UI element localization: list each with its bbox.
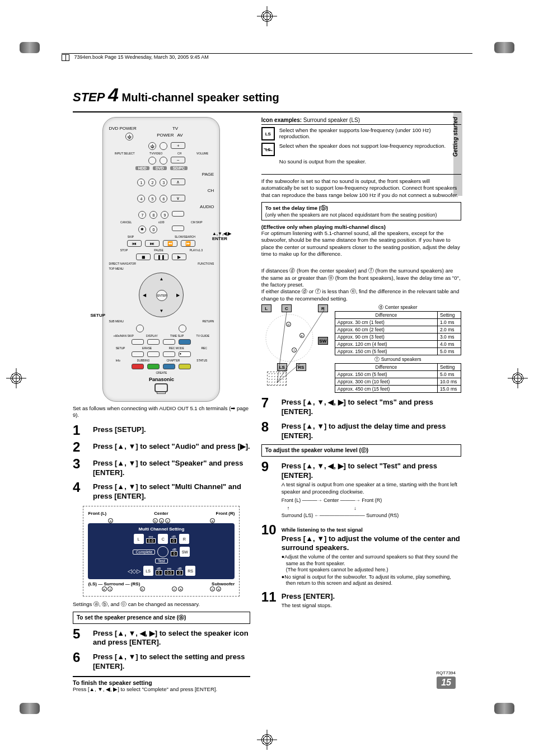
btn-av [160, 142, 167, 150]
lbl-frontr: Front (R) [216, 511, 235, 516]
step-11: Press [ENTER]. The test signal stops. [282, 590, 335, 609]
btn-rec: ● [179, 351, 191, 357]
btn-stop: ◼ [136, 253, 151, 260]
btn-manskip [132, 339, 144, 345]
surround-table: DifferenceSetting Approx. 150 cm (5 feet… [335, 363, 461, 393]
sw-db: 0 [171, 551, 177, 556]
btn-submenu [136, 325, 144, 332]
step-7: Press [▲, ▼, ◀, ▶] to select "ms" and pr… [282, 396, 461, 417]
step-num-4: 4 [73, 481, 87, 501]
btn-2: 2 [148, 179, 156, 186]
label-chapter: CHAPTER [166, 359, 180, 362]
label-tvvideo: TV/VIDEO [149, 152, 162, 155]
btn-return [179, 325, 186, 332]
label-ch: CH [177, 152, 181, 155]
label-page: PAGE [202, 172, 214, 177]
ls-large-icon: LS [261, 127, 275, 140]
step-num-10: 10 [261, 523, 276, 587]
btn-complete: Complete [133, 550, 155, 555]
btn-5: 5 [148, 195, 156, 203]
btn-display [147, 339, 160, 345]
label-power: POWER [157, 133, 174, 140]
effective-p: For optimum listening with 5.1-channel s… [261, 230, 461, 257]
book-header-text: 7394en.book Page 15 Wednesday, March 30,… [74, 54, 209, 60]
btn-test: Test [155, 558, 168, 564]
label-return: RETURN [203, 320, 214, 323]
icon-desc-3: No sound is output from the speaker. [279, 158, 366, 165]
btn-erase [147, 351, 160, 357]
spk-rs: RS [185, 566, 195, 576]
spk-ls: LS [143, 566, 153, 576]
btn-setup [132, 351, 144, 357]
finish-text: Press [▲, ▼, ◀, ▶] to select "Complete" … [73, 686, 250, 692]
settings-note: Settings ⓐ, ⓑ, and ⓒ can be changed as n… [73, 601, 250, 608]
center-db: 0 [170, 538, 177, 543]
step-num-7: 7 [261, 396, 276, 417]
label-timeslip: TIME SLIP [170, 334, 184, 337]
btn-recmode [163, 351, 175, 357]
effective-h: (Effective only when playing multi-chann… [261, 224, 461, 230]
step-6: Press [▲, ▼] to select the setting and p… [93, 651, 250, 672]
step-9-sub: A test signal is output from one speaker… [282, 481, 461, 495]
page-footer: RQT7394 15 [436, 670, 456, 689]
nav-pad: ENTER ▲ ▼ ◀ ▶ [139, 273, 184, 317]
label-setup: SETUP [116, 346, 125, 350]
step-10-b2: ●No signal is output for the subwoofer. … [282, 574, 461, 587]
box-adjust-volume: To adjust the speaker volume level (ⓒ) [261, 444, 461, 457]
label-av: AV [177, 133, 182, 140]
btn-chup: ∧ [171, 179, 185, 185]
btn-skipf: ⏭ [145, 240, 160, 247]
step-2: Press [▲, ▼] to select "Audio" and press… [93, 440, 250, 454]
subwoofer-note: If the subwoofer is set so that no sound… [261, 178, 461, 199]
mcs-title: Multi Channel Setting [91, 527, 231, 532]
arrow-down-icon: ▼ [159, 308, 163, 313]
page-title: STEP 4 Multi-channel speaker setting [73, 84, 461, 106]
lbl-frontl: Front (L) [88, 511, 106, 516]
label-topmenu: TOP MENU [109, 267, 123, 270]
ls-none-icon [261, 158, 275, 172]
step-num-8: 8 [261, 420, 276, 441]
arrow-up-icon: ▲ [159, 276, 163, 281]
btn-1: 1 [137, 179, 145, 186]
center-table-caption: ⓓ Center speaker [335, 304, 461, 311]
step-num-3: 3 [73, 457, 87, 478]
delay-box: To set the delay time (ⓑ) (only when the… [261, 202, 461, 220]
btn-dubbing [147, 364, 160, 369]
btn-ff: ⏩ [181, 240, 195, 247]
step-3: Press [▲, ▼] to select "Speaker" and pre… [93, 457, 250, 478]
step-9: Press [▲, ▼, ◀, ▶] to select "Test" and … [282, 460, 461, 520]
title-rule [73, 111, 461, 112]
step-num-9: 9 [261, 460, 276, 520]
icon-desc-1: Select when the speaker supports low-fre… [279, 127, 461, 139]
step-num-6: 6 [73, 651, 87, 672]
ls-small-icon: LS [261, 143, 275, 156]
page-number: 15 [437, 677, 456, 689]
label-direct: DIRECT NAVIGATOR [109, 262, 136, 265]
label-dubbing: DUBBING [137, 359, 150, 362]
btn-8: 8 [149, 211, 157, 219]
step-11-sub: The test signal stops. [282, 602, 335, 609]
label-dvdpower: DVD POWER [109, 126, 136, 131]
book-icon [62, 54, 69, 61]
btn-dvdpower: ⏻ [125, 133, 133, 140]
step-10-b1: ●Adjust the volume of the center and sur… [282, 554, 461, 573]
crop-mark-tl [20, 42, 40, 53]
btn-chapter [163, 364, 175, 369]
btn-enter: ENTER [156, 290, 167, 301]
lbl-subwoofer: Subwoofer [212, 581, 235, 586]
label-skip: SKIP [128, 235, 134, 238]
crop-mark-tr [494, 42, 514, 53]
reg-mark-left [8, 370, 24, 386]
spk-r: R [179, 534, 189, 544]
spk-l: L [134, 534, 144, 544]
btn-0: 0 [149, 226, 157, 233]
step-num-2: 2 [73, 440, 87, 454]
arrow-right-icon: ▶ [176, 293, 180, 298]
title-text: Multi-channel speaker setting [122, 91, 279, 104]
lbl-center: Center [154, 511, 168, 516]
label-tv: TV [172, 126, 178, 131]
icon-desc-2: Select when the speaker does not support… [279, 143, 446, 149]
arrow-left-icon: ◀ [143, 293, 146, 298]
doc-code: RQT7394 [436, 670, 456, 675]
reg-mark-bottom [259, 732, 275, 748]
